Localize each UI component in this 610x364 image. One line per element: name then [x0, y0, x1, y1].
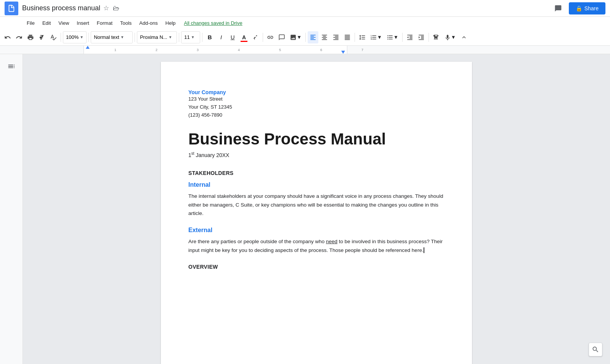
- overview-heading: OVERVIEW: [188, 264, 445, 270]
- text-cursor: [424, 247, 424, 253]
- external-heading: External: [188, 227, 445, 234]
- redo-button[interactable]: [14, 31, 24, 43]
- spellcheck-button[interactable]: [48, 31, 59, 43]
- bold-button[interactable]: B: [204, 31, 215, 43]
- style-select[interactable]: Normal text ▼: [91, 31, 133, 43]
- ruler: 1 2 3 4 5 6 7: [83, 46, 347, 54]
- font-value: Proxima N...: [140, 34, 167, 40]
- indent-increase-button[interactable]: [416, 31, 427, 43]
- share-label: Share: [584, 5, 599, 11]
- outline-button[interactable]: [4, 59, 19, 74]
- print-button[interactable]: [25, 31, 36, 43]
- indent-decrease-button[interactable]: [405, 31, 415, 43]
- justify-button[interactable]: [342, 31, 353, 43]
- italic-button[interactable]: I: [216, 31, 226, 43]
- zoom-select[interactable]: 100% ▼: [63, 31, 87, 43]
- numbered-list-button[interactable]: ▼: [368, 31, 384, 43]
- document-date: 1st January 20XX: [188, 151, 445, 158]
- company-address-2: Your City, ST 12345: [188, 103, 445, 111]
- document-page: Your Company 123 Your Street Your City, …: [161, 62, 472, 364]
- align-center-button[interactable]: [319, 31, 330, 43]
- menu-view[interactable]: View: [55, 19, 73, 27]
- toolbar-divider-6: [263, 33, 263, 42]
- undo-button[interactable]: [2, 31, 13, 43]
- share-button[interactable]: 🔒 Share: [569, 2, 605, 14]
- ruler-tab-right[interactable]: [341, 51, 345, 54]
- company-name: Your Company: [188, 89, 445, 95]
- link-button[interactable]: [265, 31, 276, 43]
- fontsize-chevron: ▼: [191, 35, 195, 39]
- doc-title: Business process manual: [22, 4, 100, 12]
- text-color-button[interactable]: A: [239, 31, 249, 43]
- toolbar-divider-10: [429, 33, 429, 42]
- internal-heading: Internal: [188, 181, 445, 188]
- toolbar-divider-5: [202, 33, 202, 42]
- toolbar-divider-9: [402, 33, 403, 42]
- doc-icon: [5, 2, 18, 15]
- toolbar-divider-8: [355, 33, 355, 42]
- ruler-tab-left[interactable]: [86, 46, 90, 49]
- folder-icon[interactable]: 🗁: [113, 5, 119, 12]
- menu-help[interactable]: Help: [162, 19, 180, 27]
- menu-addons[interactable]: Add-ons: [135, 19, 161, 27]
- company-address-1: 123 Your Street: [188, 95, 445, 103]
- toolbar-divider-3: [135, 33, 135, 42]
- paint-format-button[interactable]: [37, 31, 47, 43]
- internal-body-text: The internal stakeholders at your compan…: [188, 192, 445, 218]
- toolbar-divider-4: [179, 33, 179, 42]
- clear-format-button[interactable]: [431, 31, 441, 43]
- external-text-part1: Are there any parties or people outside …: [188, 239, 326, 244]
- external-body-text: Are there any parties or people outside …: [188, 237, 445, 255]
- star-icon[interactable]: ☆: [103, 4, 109, 12]
- menu-insert[interactable]: Insert: [73, 19, 93, 27]
- menu-tools[interactable]: Tools: [116, 19, 135, 27]
- stakeholders-heading: STAKEHOLDERS: [188, 170, 445, 176]
- style-chevron: ▼: [120, 35, 124, 39]
- fontsize-value: 11: [184, 34, 189, 40]
- toolbar-divider-2: [88, 33, 89, 42]
- document-canvas: Your Company 123 Your Street Your City, …: [23, 54, 610, 364]
- voice-typing-button[interactable]: ▼: [442, 31, 458, 43]
- toolbar-divider-7: [305, 33, 306, 42]
- external-underline-word: need: [326, 239, 337, 244]
- company-phone: (123) 456-7890: [188, 111, 445, 119]
- comment-icon[interactable]: [551, 2, 565, 15]
- align-left-button[interactable]: [308, 31, 318, 43]
- font-chevron: ▼: [169, 35, 172, 39]
- title-icons: ☆ 🗁: [103, 4, 119, 12]
- menu-file[interactable]: File: [23, 19, 39, 27]
- menu-edit[interactable]: Edit: [39, 19, 55, 27]
- floating-assist-button[interactable]: [589, 343, 602, 356]
- zoom-value: 100%: [66, 34, 79, 40]
- share-lock-icon: 🔒: [576, 5, 582, 11]
- fontsize-select[interactable]: 11 ▼: [181, 31, 200, 43]
- comment-button[interactable]: [276, 31, 287, 43]
- style-value: Normal text: [94, 34, 119, 40]
- font-select[interactable]: Proxima N... ▼: [137, 31, 177, 43]
- document-main-title: Business Process Manual: [188, 130, 445, 149]
- align-right-button[interactable]: [331, 31, 341, 43]
- image-button[interactable]: ▼: [288, 31, 303, 43]
- menu-format[interactable]: Format: [93, 19, 116, 27]
- bullet-list-button[interactable]: ▼: [385, 31, 400, 43]
- text-color-a: A: [242, 34, 246, 40]
- autosave-status[interactable]: All changes saved in Drive: [184, 20, 242, 26]
- expand-toolbar-button[interactable]: [459, 31, 469, 43]
- zoom-chevron: ▼: [80, 35, 83, 39]
- line-spacing-button[interactable]: [357, 31, 368, 43]
- underline-button[interactable]: U: [227, 31, 238, 43]
- highlight-button[interactable]: [250, 31, 261, 43]
- toolbar-divider-1: [61, 33, 61, 42]
